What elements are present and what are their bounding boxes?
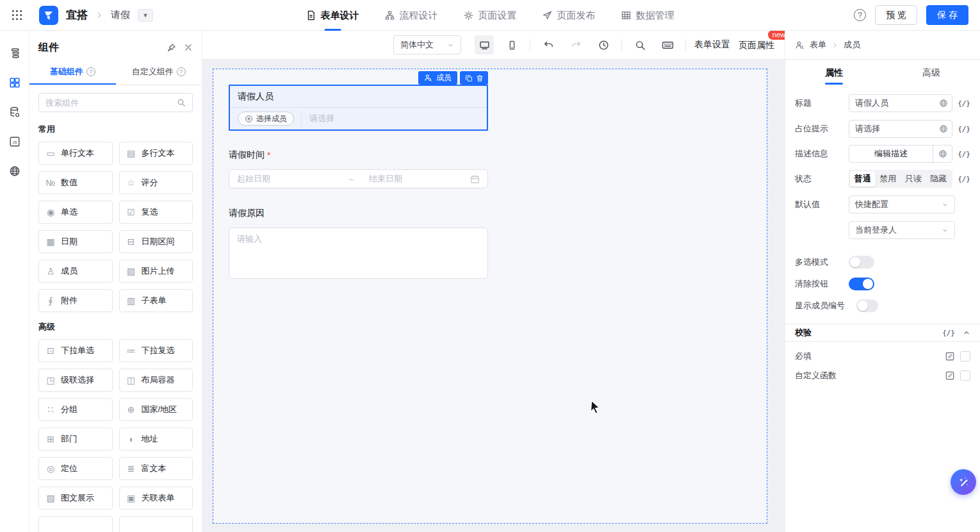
component-card-date[interactable]: ▦日期 [38, 230, 113, 253]
i18n-globe-icon[interactable] [9, 165, 20, 177]
default-value-select[interactable]: 快捷配置 [849, 195, 955, 213]
component-card-rich-text[interactable]: ≣富文本 [119, 457, 193, 480]
apps-grid-icon[interactable] [12, 10, 22, 21]
yida-logo[interactable] [39, 6, 58, 25]
status-option-normal[interactable]: 普通 [850, 171, 876, 187]
search-icon[interactable] [630, 35, 649, 54]
components-panel-icon[interactable] [9, 77, 20, 88]
component-card-member[interactable]: ♙成员 [38, 260, 113, 283]
globe-icon[interactable] [939, 124, 948, 133]
component-search-box[interactable] [38, 93, 193, 112]
component-card-dropdown-single[interactable]: ⊡下拉单选 [38, 339, 113, 362]
tab-custom-components[interactable]: 自定义组件 ? [116, 61, 202, 85]
status-option-readonly[interactable]: 只读 [901, 171, 926, 187]
globe-icon[interactable] [939, 99, 948, 108]
app-switcher-caret[interactable]: ▼ [138, 9, 153, 22]
edit-description-button[interactable]: 编辑描述 [849, 145, 952, 163]
fx-binding-icon[interactable]: {/} [942, 329, 955, 337]
fx-binding-icon[interactable]: {/} [958, 175, 970, 183]
page-properties-button[interactable]: 页面属性 [739, 40, 774, 50]
help-circle-icon[interactable]: ? [177, 67, 186, 76]
edit-pencil-icon[interactable] [945, 370, 955, 381]
multi-mode-toggle[interactable] [849, 256, 874, 269]
tab-basic-components[interactable]: 基础组件 ? [29, 61, 116, 85]
component-card-linked-form[interactable]: ▣关联表单 [119, 486, 193, 510]
field-reason[interactable]: 请假原因 请输入 [229, 208, 488, 279]
nav-tab-page-settings[interactable]: 页面设置 [464, 0, 517, 31]
component-card-subform[interactable]: ▥子表单 [119, 289, 193, 312]
undo-icon[interactable] [539, 35, 558, 54]
copy-component-icon[interactable] [463, 71, 474, 85]
globe-icon[interactable] [933, 145, 952, 162]
component-card-image-upload[interactable]: ▨图片上传 [119, 260, 193, 283]
component-card-number[interactable]: №数值 [38, 171, 113, 194]
breadcrumb-form[interactable]: 表单 [810, 39, 826, 51]
pin-panel-icon[interactable] [167, 43, 176, 53]
component-card-checkbox[interactable]: ☑复选 [119, 201, 193, 224]
field-date-range[interactable]: 请假时间 * 起始日期 – 结束日期 [229, 149, 488, 188]
component-card-attachment[interactable]: ∮附件 [38, 289, 113, 312]
component-card-rating[interactable]: ☆评分 [119, 171, 193, 194]
component-card-partial[interactable] [38, 516, 113, 532]
js-panel-icon[interactable]: JS [9, 136, 20, 147]
component-card-radio[interactable]: ◉单选 [38, 201, 113, 224]
history-clock-icon[interactable] [594, 35, 613, 54]
component-card-partial[interactable] [119, 516, 193, 532]
data-source-icon[interactable] [9, 106, 20, 118]
placeholder-input[interactable] [849, 120, 952, 138]
mobile-view-icon[interactable] [502, 35, 521, 54]
component-card-location[interactable]: ◎定位 [38, 457, 113, 480]
component-card-address[interactable]: ◗地址 [119, 428, 193, 451]
nav-tab-flow-design[interactable]: 流程设计 [385, 0, 438, 31]
edit-pencil-icon[interactable] [945, 351, 955, 362]
chevron-up-icon[interactable] [963, 329, 970, 337]
form-sheet[interactable]: 成员 请假人员 选择成员 请选择 [213, 69, 767, 524]
component-card-group[interactable]: ∷分组 [38, 398, 113, 421]
nav-tab-data-manage[interactable]: 数据管理 [621, 0, 674, 31]
desktop-view-icon[interactable] [475, 35, 494, 54]
show-member-id-toggle[interactable] [856, 299, 878, 312]
title-input[interactable] [849, 94, 952, 112]
redo-icon[interactable] [566, 35, 585, 54]
component-card-single-line-text[interactable]: ▭单行文本 [38, 142, 113, 165]
close-panel-icon[interactable] [184, 43, 193, 53]
status-option-disabled[interactable]: 禁用 [876, 171, 901, 187]
required-checkbox[interactable] [960, 351, 970, 362]
form-settings-button[interactable]: 表单设置 [694, 39, 730, 51]
fx-binding-icon[interactable]: {/} [958, 150, 970, 158]
current-user-select[interactable]: 当前登录人 [849, 221, 955, 239]
outline-tree-icon[interactable] [9, 47, 20, 59]
nav-tab-form-design[interactable]: 表单设计 [306, 0, 359, 31]
select-member-button[interactable]: 选择成员 [238, 112, 294, 126]
clear-button-toggle[interactable] [849, 278, 874, 290]
preview-button[interactable]: 预览 [875, 5, 917, 25]
tab-properties[interactable]: 属性 [785, 60, 883, 87]
custom-function-checkbox[interactable] [960, 370, 970, 381]
current-app-name[interactable]: 请假 [111, 9, 130, 21]
status-option-hidden[interactable]: 隐藏 [926, 171, 952, 187]
component-card-multi-line-text[interactable]: ▤多行文本 [119, 142, 193, 165]
reason-textarea[interactable]: 请输入 [229, 228, 488, 279]
component-card-date-range[interactable]: ⊟日期区间 [119, 230, 193, 253]
component-card-image-text[interactable]: ▧图文展示 [38, 486, 113, 510]
date-range-input[interactable]: 起始日期 – 结束日期 [229, 169, 488, 188]
ai-assistant-button[interactable] [951, 469, 976, 495]
component-card-department[interactable]: ⊞部门 [38, 428, 113, 451]
component-search-input[interactable] [45, 98, 177, 108]
help-circle-icon[interactable]: ? [86, 67, 95, 76]
component-card-layout-container[interactable]: ◫布局容器 [119, 369, 193, 392]
field-member-selected[interactable]: 成员 请假人员 选择成员 请选择 [229, 85, 488, 131]
validation-section-header[interactable]: 校验 {/} [785, 324, 980, 342]
help-icon[interactable]: ? [854, 9, 866, 21]
keyboard-shortcuts-icon[interactable] [658, 35, 677, 54]
nav-tab-page-publish[interactable]: 页面发布 [543, 0, 596, 31]
delete-component-icon[interactable] [474, 71, 485, 85]
component-card-cascade-select[interactable]: ◳级联选择 [38, 369, 113, 392]
language-select[interactable]: 简体中文 [393, 35, 461, 54]
tab-advanced[interactable]: 高级 [883, 60, 980, 87]
fx-binding-icon[interactable]: {/} [958, 99, 970, 108]
fx-binding-icon[interactable]: {/} [958, 125, 970, 133]
component-card-dropdown-multi[interactable]: ≔下拉复选 [119, 339, 193, 362]
component-card-country-region[interactable]: ⊕国家/地区 [119, 398, 193, 421]
save-button[interactable]: 保存 [926, 5, 968, 25]
